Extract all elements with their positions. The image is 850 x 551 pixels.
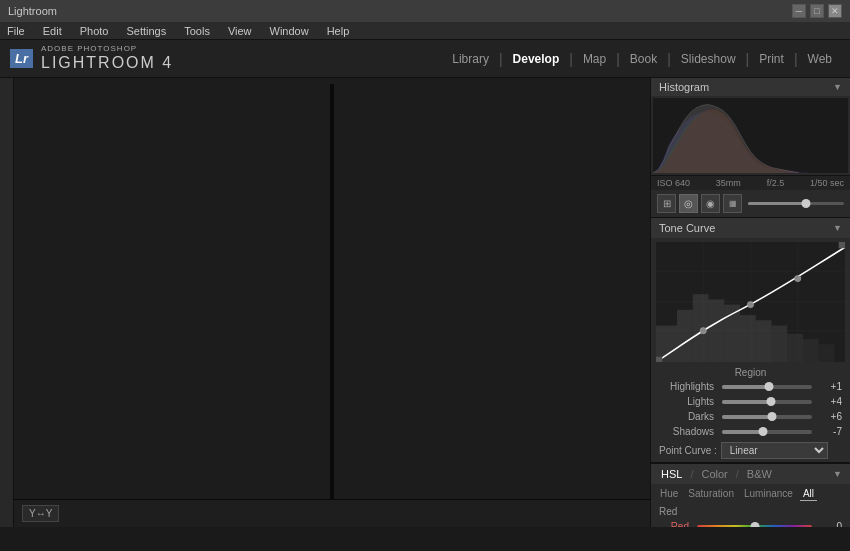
hsl-sub-saturation[interactable]: Hue [657, 487, 681, 501]
hsl-sub-luminance[interactable]: Luminance [741, 487, 796, 501]
red-handle[interactable] [750, 522, 759, 528]
iso-value: ISO 640 [657, 178, 690, 188]
exposure-slider-handle[interactable] [801, 199, 810, 208]
region-label: Region [651, 366, 850, 379]
lights-row: Lights +4 [651, 394, 850, 409]
svg-rect-14 [787, 334, 803, 362]
title-bar: Lightroom ─ □ ✕ [0, 0, 850, 22]
hsl-tab-color[interactable]: Color [699, 468, 729, 480]
module-library[interactable]: Library [444, 48, 497, 70]
hsl-sub-all[interactable]: All [800, 487, 817, 501]
module-print[interactable]: Print [751, 48, 792, 70]
hsl-tab-bw[interactable]: B&W [745, 468, 774, 480]
top-nav: Lr ADOBE PHOTOSHOP LIGHTROOM 4 Library |… [0, 40, 850, 78]
camera-info: ISO 640 35mm f/2.5 1/50 sec [651, 175, 850, 190]
tone-curve-title: Tone Curve [659, 222, 715, 234]
darks-row: Darks +6 [651, 409, 850, 424]
histogram-chart [653, 98, 848, 173]
svg-point-18 [747, 301, 753, 307]
lights-track[interactable] [722, 400, 812, 404]
minimize-button[interactable]: ─ [792, 4, 806, 18]
svg-rect-16 [819, 344, 835, 362]
red-hue-row: Red 0 [651, 519, 850, 527]
maximize-button[interactable]: □ [810, 4, 824, 18]
svg-point-19 [795, 275, 801, 281]
svg-rect-21 [839, 242, 845, 248]
svg-rect-15 [803, 339, 819, 362]
tone-curve-header[interactable]: Tone Curve ▼ [651, 218, 850, 238]
svg-rect-6 [656, 325, 677, 362]
shutter-value: 1/50 sec [810, 178, 844, 188]
highlights-row: Highlights +1 [651, 379, 850, 394]
svg-rect-7 [677, 310, 693, 362]
menu-tools[interactable]: Tools [181, 25, 213, 37]
menu-window[interactable]: Window [267, 25, 312, 37]
svg-rect-12 [756, 320, 772, 362]
right-panel: Histogram ▼ ISO 640 35mm f/ [650, 78, 850, 527]
highlights-value: +1 [820, 381, 842, 392]
aperture-value: f/2.5 [767, 178, 785, 188]
redeye-tool[interactable]: ◉ [701, 194, 720, 213]
photo-frame: 494236 POCO摄影社区 http://photo.poco.cn/ [330, 84, 334, 499]
hue-label-row: Red [651, 504, 850, 519]
hsl-section: HSL / Color / B&W ▼ Hue Saturation Lumin… [651, 463, 850, 527]
module-develop[interactable]: Develop [505, 48, 568, 70]
histogram-arrow[interactable]: ▼ [833, 82, 842, 92]
hsl-tab-hsl[interactable]: HSL [659, 468, 684, 480]
hsl-toggle[interactable]: ▼ [833, 469, 842, 479]
point-curve-label: Point Curve : [659, 445, 717, 456]
darks-handle[interactable] [768, 412, 777, 421]
tone-curve-chart [656, 242, 845, 362]
module-slideshow[interactable]: Slideshow [673, 48, 744, 70]
hsl-sub-sat[interactable]: Saturation [685, 487, 737, 501]
module-book[interactable]: Book [622, 48, 665, 70]
app-title: Lightroom [8, 5, 57, 17]
zoom-control[interactable]: Y↔Y [22, 505, 59, 522]
svg-rect-11 [740, 315, 756, 362]
menu-view[interactable]: View [225, 25, 255, 37]
crop-tool[interactable]: ⊞ [657, 194, 676, 213]
spot-heal-tool[interactable]: ◎ [679, 194, 698, 213]
shadows-handle[interactable] [758, 427, 767, 436]
left-panel [0, 78, 14, 527]
hsl-sub-tabs: Hue Saturation Luminance All [651, 484, 850, 504]
red-label: Red [659, 521, 689, 527]
module-map[interactable]: Map [575, 48, 614, 70]
histogram-header: Histogram ▼ [651, 78, 850, 96]
svg-rect-13 [772, 325, 788, 362]
menu-help[interactable]: Help [324, 25, 353, 37]
svg-point-17 [700, 328, 706, 334]
point-curve-select[interactable]: Linear Medium Contrast Strong Contrast [721, 442, 828, 459]
shadows-label: Shadows [659, 426, 714, 437]
lights-handle[interactable] [766, 397, 775, 406]
grad-filter-tool[interactable]: ▦ [723, 194, 742, 213]
histogram-title: Histogram [659, 81, 709, 93]
tone-curve-section: Tone Curve ▼ [651, 218, 850, 463]
hsl-header: HSL / Color / B&W ▼ [651, 463, 850, 484]
photo-toolbar: Y↔Y [14, 499, 650, 527]
tone-curve-toggle[interactable]: ▼ [833, 223, 842, 233]
svg-rect-9 [709, 299, 725, 362]
svg-rect-20 [656, 357, 662, 362]
module-tabs: Library | Develop | Map | Book | Slidesh… [444, 48, 840, 70]
lights-value: +4 [820, 396, 842, 407]
highlights-track[interactable] [722, 385, 812, 389]
menu-edit[interactable]: Edit [40, 25, 65, 37]
menu-photo[interactable]: Photo [77, 25, 112, 37]
darks-track[interactable] [722, 415, 812, 419]
highlights-handle[interactable] [764, 382, 773, 391]
shadows-row: Shadows -7 [651, 424, 850, 439]
brand-name: ADOBE PHOTOSHOP [41, 45, 173, 54]
shadows-track[interactable] [722, 430, 812, 434]
close-button[interactable]: ✕ [828, 4, 842, 18]
menu-settings[interactable]: Settings [123, 25, 169, 37]
red-track[interactable] [697, 525, 812, 528]
red-value: 0 [820, 521, 842, 527]
module-web[interactable]: Web [800, 48, 840, 70]
tool-icons-row: ⊞ ◎ ◉ ▦ [651, 190, 850, 218]
focal-value: 35mm [716, 178, 741, 188]
darks-label: Darks [659, 411, 714, 422]
menu-file[interactable]: File [4, 25, 28, 37]
lr-badge: Lr [10, 49, 33, 68]
darks-value: +6 [820, 411, 842, 422]
